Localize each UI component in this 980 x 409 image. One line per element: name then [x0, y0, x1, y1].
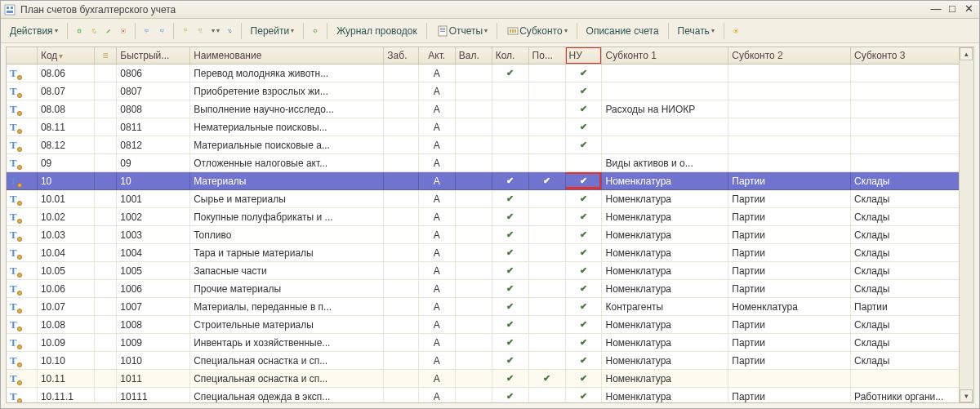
table-row[interactable]: T08.120812Материальные поисковые а...А✔: [7, 136, 973, 154]
cell: 1005: [117, 262, 190, 280]
table-row[interactable]: T10.041004Тара и тарные материалыА✔✔Номе…: [7, 244, 973, 262]
print-menu[interactable]: Печать▾: [674, 22, 719, 40]
col-sub2[interactable]: Субконто 2: [728, 47, 851, 64]
cell: [851, 82, 973, 100]
col-sort[interactable]: ≡: [94, 47, 116, 64]
svg-rect-16: [440, 28, 445, 29]
close-button[interactable]: ✕: [961, 3, 976, 16]
copy-icon[interactable]: [87, 24, 100, 38]
cell: 08.08: [37, 100, 94, 118]
cell: Партии: [728, 172, 851, 190]
table-row[interactable]: T10.061006Прочие материалыА✔✔Номенклатур…: [7, 280, 973, 298]
cell: Специальная оснастка и сп...: [190, 352, 384, 370]
col-fast[interactable]: Быстрый...: [117, 47, 190, 64]
cell: [492, 136, 528, 154]
help-icon[interactable]: ?: [729, 24, 742, 38]
journal-menu[interactable]: Журнал проводок: [332, 22, 421, 40]
col-name[interactable]: Наименование: [190, 47, 384, 64]
col-val[interactable]: Вал.: [455, 47, 492, 64]
cell: T: [7, 244, 37, 262]
delete-icon[interactable]: [117, 24, 130, 38]
cell: Склады: [851, 352, 973, 370]
col-nu[interactable]: НУ: [565, 47, 602, 64]
filter-icon-1[interactable]: [179, 24, 192, 38]
table-row[interactable]: T10.101010Специальная оснастка и сп...А✔…: [7, 352, 973, 370]
scroll-down-icon[interactable]: ▾: [960, 389, 973, 402]
add-icon[interactable]: [73, 24, 86, 38]
filter-clear-icon[interactable]: [223, 24, 236, 38]
row-t-icon: T: [10, 104, 21, 115]
cell: [384, 82, 418, 100]
maximize-button[interactable]: □: [945, 3, 960, 16]
cell: [528, 190, 565, 208]
separator: [577, 23, 577, 39]
reports-menu[interactable]: Отчеты▾: [432, 22, 492, 40]
cell: T: [7, 334, 37, 352]
cell: ✔: [565, 334, 602, 352]
table-row[interactable]: T1010МатериалыА✔✔✔НоменклатураПартииСкла…: [7, 172, 973, 190]
cell: А: [418, 298, 455, 316]
table-row[interactable]: T10.021002Покупные полуфабрикаты и ...А✔…: [7, 208, 973, 226]
table-row[interactable]: T08.080808Выполнение научно-исследо...А✔…: [7, 100, 973, 118]
table-row[interactable]: T08.110811Нематериальные поисковы...А✔: [7, 118, 973, 136]
table-row[interactable]: T10.081008Строительные материалыА✔✔Номен…: [7, 316, 973, 334]
cell: Контрагенты: [602, 298, 728, 316]
go-menu[interactable]: Перейти▾: [247, 22, 299, 40]
cell: [455, 118, 492, 136]
col-kol[interactable]: Кол.: [492, 47, 528, 64]
table-row[interactable]: T08.070807Приобретение взрослых жи...А✔: [7, 82, 973, 100]
cell: Партии: [851, 298, 973, 316]
subconto-menu[interactable]: Субконто▾: [502, 22, 571, 40]
minimize-button[interactable]: —: [929, 3, 943, 16]
svg-rect-17: [440, 29, 445, 30]
cell: [455, 100, 492, 118]
accounts-table[interactable]: Код▾ ≡ Быстрый... Наименование Заб. Акт.…: [7, 47, 973, 403]
col-code[interactable]: Код▾: [37, 47, 94, 64]
vertical-scrollbar[interactable]: ▴ ▾: [959, 47, 973, 402]
cell: 10.11.1: [37, 388, 94, 404]
cell: [94, 118, 116, 136]
cell: [528, 334, 565, 352]
col-sub3[interactable]: Субконто 3: [851, 47, 973, 64]
col-po[interactable]: По...: [528, 47, 565, 64]
table-row[interactable]: T10.091009Инвентарь и хозяйственные...А✔…: [7, 334, 973, 352]
col-icon[interactable]: [7, 47, 37, 64]
cell: Номенклатура: [602, 208, 728, 226]
svg-rect-18: [440, 31, 445, 32]
svg-rect-20: [510, 29, 511, 33]
cell: Партии: [728, 334, 851, 352]
separator: [173, 23, 174, 39]
table-row[interactable]: T10.071007Материалы, переданные в п...А✔…: [7, 298, 973, 316]
table-row[interactable]: T10.031003ТопливоА✔✔НоменклатураПартииСк…: [7, 226, 973, 244]
table-row[interactable]: T10.051005Запасные частиА✔✔НоменклатураП…: [7, 262, 973, 280]
filter-icon-3[interactable]: ▾▾: [208, 24, 221, 38]
cell: T: [7, 154, 37, 172]
cell: 10.08: [37, 316, 94, 334]
cell: А: [418, 82, 455, 100]
move-icon-2[interactable]: [155, 24, 168, 38]
table-row[interactable]: T10.011001Сырье и материалыА✔✔Номенклату…: [7, 190, 973, 208]
cell: [384, 208, 418, 226]
row-t-icon: T: [10, 283, 21, 295]
cell: ✔: [565, 82, 602, 100]
actions-menu[interactable]: Действия▾: [6, 22, 62, 40]
cell: [455, 154, 492, 172]
scroll-up-icon[interactable]: ▴: [960, 47, 973, 60]
cell: Партии: [728, 226, 851, 244]
edit-icon[interactable]: [102, 24, 115, 38]
table-row[interactable]: T10.11.110111Специальная одежда в эксп..…: [7, 388, 973, 404]
filter-icon-2[interactable]: [194, 24, 207, 38]
move-icon-1[interactable]: [140, 24, 154, 38]
desc-menu[interactable]: Описание счета: [582, 22, 663, 40]
cell: 10.09: [37, 334, 94, 352]
col-sub1[interactable]: Субконто 1: [602, 47, 728, 64]
table-row[interactable]: T0909Отложенные налоговые акт...АВиды ак…: [7, 154, 973, 172]
refresh-icon[interactable]: [309, 24, 322, 38]
cell: [851, 136, 973, 154]
separator: [668, 23, 669, 39]
col-zab[interactable]: Заб.: [384, 47, 418, 64]
cell: Нематериальные поисковы...: [190, 118, 384, 136]
table-row[interactable]: T08.060806Перевод молодняка животн...А✔✔: [7, 64, 973, 82]
table-row[interactable]: T10.111011Специальная оснастка и сп...А✔…: [7, 370, 973, 388]
col-akt[interactable]: Акт.: [418, 47, 455, 64]
